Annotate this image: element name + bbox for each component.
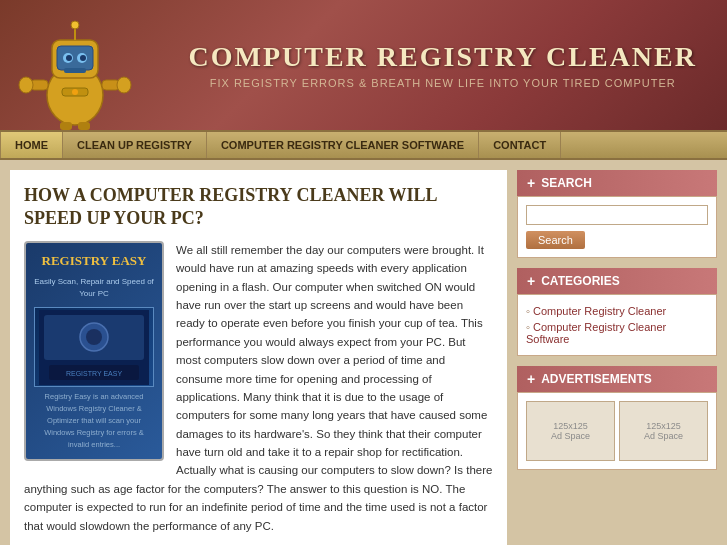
svg-rect-15 bbox=[78, 122, 90, 130]
site-title: COMPUTER REGISTRY CLEANER bbox=[189, 41, 697, 73]
svg-point-21 bbox=[86, 329, 102, 345]
registry-easy-footer: Registry Easy is an advanced Windows Reg… bbox=[34, 391, 154, 451]
site-subtitle: FIX REGISTRY ERRORS & BREATH NEW LIFE IN… bbox=[189, 77, 697, 89]
search-widget: + SEARCH Search bbox=[517, 170, 717, 258]
svg-point-6 bbox=[80, 55, 86, 61]
list-item: Computer Registry Cleaner bbox=[526, 303, 708, 319]
search-input[interactable] bbox=[526, 205, 708, 225]
svg-point-12 bbox=[19, 77, 33, 93]
search-button[interactable]: Search bbox=[526, 231, 585, 249]
main-nav: HOME CLEAN UP REGISTRY COMPUTER REGISTRY… bbox=[0, 130, 727, 160]
categories-plus-icon: + bbox=[527, 273, 535, 289]
ads-widget-body: 125x125Ad Space 125x125Ad Space bbox=[517, 392, 717, 470]
site-header: COMPUTER REGISTRY CLEANER FIX REGISTRY E… bbox=[0, 0, 727, 130]
category-list: Computer Registry Cleaner Computer Regis… bbox=[526, 303, 708, 347]
ads-plus-icon: + bbox=[527, 371, 535, 387]
svg-text:REGISTRY EASY: REGISTRY EASY bbox=[66, 370, 122, 377]
nav-software[interactable]: COMPUTER REGISTRY CLEANER SOFTWARE bbox=[207, 132, 479, 158]
ad-label-2: 125x125Ad Space bbox=[644, 421, 683, 441]
category-link-2[interactable]: Computer Registry Cleaner Software bbox=[526, 321, 666, 345]
nav-cleanup[interactable]: CLEAN UP REGISTRY bbox=[63, 132, 207, 158]
svg-rect-9 bbox=[64, 68, 86, 73]
ads-title-label: ADVERTISEMENTS bbox=[541, 372, 652, 386]
categories-widget-body: Computer Registry Cleaner Computer Regis… bbox=[517, 294, 717, 356]
robot-mascot bbox=[10, 10, 140, 130]
registry-easy-title: REGISTRY EASY bbox=[34, 251, 154, 272]
ad-label-1: 125x125Ad Space bbox=[551, 421, 590, 441]
svg-point-8 bbox=[71, 21, 79, 29]
content-area: HOW A COMPUTER REGISTRY CLEANER WILL SPE… bbox=[10, 170, 507, 545]
category-link-1[interactable]: Computer Registry Cleaner bbox=[533, 305, 666, 317]
ads-grid: 125x125Ad Space 125x125Ad Space bbox=[526, 401, 708, 461]
ads-widget-title: + ADVERTISEMENTS bbox=[517, 366, 717, 392]
search-plus-icon: + bbox=[527, 175, 535, 191]
search-widget-title: + SEARCH bbox=[517, 170, 717, 196]
list-item: Computer Registry Cleaner Software bbox=[526, 319, 708, 347]
categories-widget-title: + CATEGORIES bbox=[517, 268, 717, 294]
svg-point-13 bbox=[117, 77, 131, 93]
registry-easy-sub: Easily Scan, Repair and Speed of Your PC bbox=[34, 276, 154, 302]
nav-contact[interactable]: CONTACT bbox=[479, 132, 561, 158]
svg-point-17 bbox=[72, 89, 78, 95]
ad-box-2[interactable]: 125x125Ad Space bbox=[619, 401, 708, 461]
article-title: HOW A COMPUTER REGISTRY CLEANER WILL SPE… bbox=[24, 184, 493, 231]
search-widget-body: Search bbox=[517, 196, 717, 258]
registry-easy-image: REGISTRY EASY bbox=[34, 307, 154, 387]
main-layout: HOW A COMPUTER REGISTRY CLEANER WILL SPE… bbox=[0, 160, 727, 545]
article-body: REGISTRY EASY Easily Scan, Repair and Sp… bbox=[24, 241, 493, 545]
advertisements-widget: + ADVERTISEMENTS 125x125Ad Space 125x125… bbox=[517, 366, 717, 470]
svg-point-5 bbox=[66, 55, 72, 61]
ad-box-1[interactable]: 125x125Ad Space bbox=[526, 401, 615, 461]
sidebar: + SEARCH Search + CATEGORIES Computer Re… bbox=[517, 170, 717, 545]
svg-rect-14 bbox=[60, 122, 72, 130]
header-text-block: COMPUTER REGISTRY CLEANER FIX REGISTRY E… bbox=[189, 41, 697, 89]
categories-widget: + CATEGORIES Computer Registry Cleaner C… bbox=[517, 268, 717, 356]
registry-easy-widget: REGISTRY EASY Easily Scan, Repair and Sp… bbox=[24, 241, 164, 461]
svg-rect-2 bbox=[57, 46, 93, 70]
categories-title-label: CATEGORIES bbox=[541, 274, 619, 288]
search-title-label: SEARCH bbox=[541, 176, 592, 190]
nav-home[interactable]: HOME bbox=[0, 132, 63, 158]
